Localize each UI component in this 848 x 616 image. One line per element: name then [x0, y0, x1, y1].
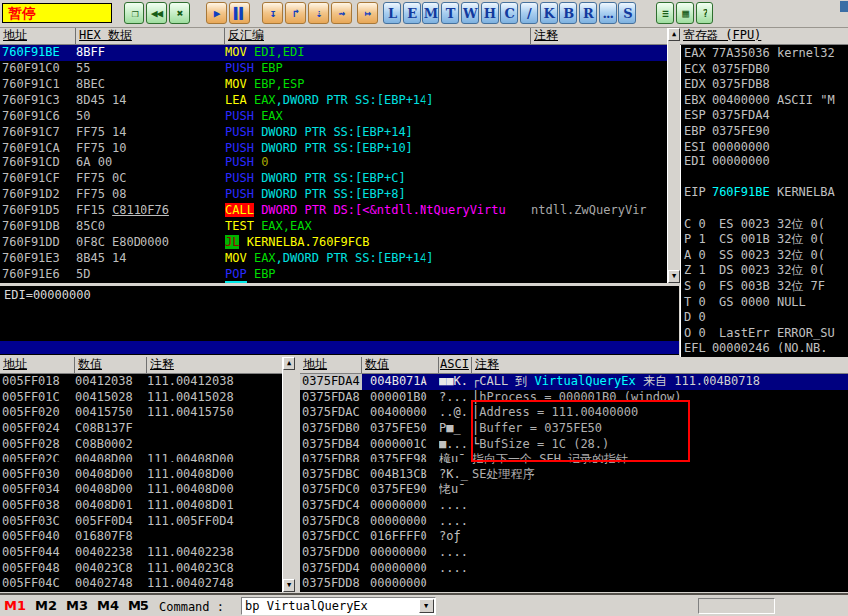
- register-line[interactable]: [681, 201, 848, 217]
- animate-into-button[interactable]: ⇣: [308, 2, 329, 24]
- view-log-button[interactable]: L: [383, 2, 401, 24]
- register-line[interactable]: EIP 760F91BE KERNELBA: [681, 185, 848, 201]
- register-line[interactable]: P 1 CS 001B 32位 0(: [681, 232, 848, 248]
- register-line[interactable]: S 0 FS 003B 32位 7F: [681, 279, 848, 295]
- disasm-row[interactable]: 760F91DB85C0TEST EAX,EAX: [0, 219, 667, 235]
- disasm-row[interactable]: 760F91CFFF75 0CPUSH DWORD PTR SS:[EBP+C]: [0, 171, 667, 187]
- dump-row[interactable]: 005FF03C005FF0D4111.005FF0D4: [0, 514, 282, 530]
- disasm-scrollbar[interactable]: ▲ ▼: [667, 28, 680, 283]
- step-into-button[interactable]: ↧: [262, 2, 283, 24]
- register-line[interactable]: ESP 0375FDA4: [681, 108, 848, 124]
- dump-row[interactable]: 005FF02000415750111.00415750: [0, 405, 282, 421]
- bookmark-m2-button[interactable]: M2: [35, 598, 57, 613]
- pause-button[interactable]: ▌▌: [229, 2, 250, 24]
- stack-row[interactable]: 0375FDA4004B071A■■K.┌CALL 到 VirtualQuery…: [300, 374, 848, 390]
- disasm-row[interactable]: 760F91D5FF15 C8110F76CALL DWORD PTR DS:[…: [0, 203, 667, 219]
- stack-row[interactable]: 0375FDD400000000....: [300, 561, 848, 577]
- disasm-row[interactable]: 760F91C650PUSH EAX: [0, 109, 667, 125]
- column-header-value: 数值: [75, 357, 147, 373]
- scroll-up-icon[interactable]: ▲: [668, 28, 680, 41]
- dump-row[interactable]: 005FF01C00415028111.00415028: [0, 390, 282, 406]
- dump-row[interactable]: 005FF048004023C8111.004023C8: [0, 561, 282, 577]
- view-handles-button[interactable]: H: [481, 2, 499, 24]
- register-line[interactable]: Z 1 DS 0023 32位 0(: [681, 263, 848, 279]
- view-breakpoints-button[interactable]: B: [559, 2, 577, 24]
- view-windows-button[interactable]: W: [461, 2, 479, 24]
- dump-row[interactable]: 005FF02C00408D00111.00408D00: [0, 452, 282, 467]
- restart-button[interactable]: ◀◀: [146, 2, 167, 24]
- dump-row[interactable]: 005FF04C00402748111.00402748: [0, 576, 282, 592]
- view-source-button[interactable]: S: [618, 2, 636, 24]
- view-threads-button[interactable]: T: [441, 2, 459, 24]
- bookmark-m1-button[interactable]: M1: [4, 598, 26, 613]
- register-line[interactable]: EAX 77A35036 kernel32: [681, 46, 848, 62]
- register-line[interactable]: C 0 ES 0023 32位 0(: [681, 217, 848, 233]
- register-line[interactable]: O 0 LastErr ERROR_SU: [681, 326, 848, 342]
- disasm-row[interactable]: 760F91C18BECMOV EBP,ESP: [0, 77, 667, 93]
- view-cpu-button[interactable]: C: [500, 2, 518, 24]
- dump-row[interactable]: 005FF04400402238111.00402238: [0, 545, 282, 561]
- dump-row[interactable]: 005FF040016807F8: [0, 529, 282, 545]
- register-line[interactable]: [681, 170, 848, 186]
- register-line[interactable]: ECX 0375FDB0: [681, 62, 848, 78]
- register-line[interactable]: EDI 00000000: [681, 154, 848, 170]
- disasm-row[interactable]: 760F91DD0F8C E80D0000JL KERNELBA.760F9FC…: [0, 235, 667, 251]
- view-patches-button[interactable]: /: [520, 2, 538, 24]
- view-call-stack-button[interactable]: K: [540, 2, 558, 24]
- stack-row[interactable]: 0375FDD000000000....: [300, 545, 848, 561]
- command-combobox[interactable]: ▼: [241, 597, 436, 615]
- disasm-row[interactable]: 760F91C055PUSH EBP: [0, 61, 667, 77]
- dump-row[interactable]: 005FF03800408D01111.00408D01: [0, 498, 282, 514]
- disasm-row[interactable]: 760F91D2FF75 08PUSH DWORD PTR SS:[EBP+8]: [0, 187, 667, 203]
- disasm-row[interactable]: 760F91C38D45 14LEA EAX,DWORD PTR SS:[EBP…: [0, 93, 667, 109]
- execute-till-return-button[interactable]: ↦: [357, 2, 378, 24]
- disasm-row[interactable]: 760F91CAFF75 10PUSH DWORD PTR SS:[EBP+10…: [0, 141, 667, 156]
- help-button[interactable]: ?: [696, 2, 713, 24]
- stack-row[interactable]: 0375FDBC004B13CB?K._SE处理程序: [300, 467, 848, 483]
- register-line[interactable]: EBX 00400000 ASCII "M: [681, 93, 848, 109]
- disasm-row[interactable]: 760F91E65DPOP EBP: [0, 267, 667, 283]
- stack-row[interactable]: 0375FDD800000000: [300, 576, 848, 592]
- dump-row[interactable]: 005FF03000408D00111.00408D00: [0, 467, 282, 483]
- dump-row[interactable]: 005FF028C08B0002: [0, 437, 282, 453]
- dump-scrollbar[interactable]: ▲ ▼: [282, 357, 295, 592]
- open-button[interactable]: ❒: [124, 2, 144, 24]
- close-button[interactable]: ✖: [169, 2, 190, 24]
- stack-row[interactable]: 0375FDCC016FFFF0?oƒ: [300, 529, 848, 545]
- step-over-button[interactable]: ↱: [285, 2, 306, 24]
- register-line[interactable]: ESI 00000000: [681, 140, 848, 155]
- address-cell: 760F91C6: [0, 109, 76, 125]
- disasm-row[interactable]: 760F91E38B45 14MOV EAX,DWORD PTR SS:[EBP…: [0, 251, 667, 267]
- scroll-up-icon[interactable]: ▲: [283, 357, 295, 370]
- register-line[interactable]: EDX 0375FDB8: [681, 77, 848, 93]
- view-run-trace-button[interactable]: ...: [599, 2, 617, 24]
- dump-row[interactable]: 005FF03400408D00111.00408D00: [0, 482, 282, 498]
- bookmark-m4-button[interactable]: M4: [97, 598, 119, 613]
- stack-row[interactable]: 0375FDC400000000....: [300, 498, 848, 514]
- view-memory-button[interactable]: M: [422, 2, 439, 24]
- view-references-button[interactable]: R: [579, 2, 597, 24]
- scroll-down-icon[interactable]: ▼: [283, 579, 295, 592]
- animate-over-button[interactable]: ⇝: [331, 2, 352, 24]
- stack-row[interactable]: 0375FDC800000000....: [300, 514, 848, 530]
- register-line[interactable]: A 0 SS 0023 32位 0(: [681, 248, 848, 264]
- bookmark-m3-button[interactable]: M3: [66, 598, 88, 613]
- disasm-row[interactable]: 760F91C7FF75 14PUSH DWORD PTR SS:[EBP+14…: [0, 125, 667, 141]
- view-executables-button[interactable]: E: [403, 2, 421, 24]
- run-button[interactable]: ▶: [206, 2, 227, 24]
- dump-row[interactable]: 005FF01800412038111.00412038: [0, 374, 282, 390]
- register-line[interactable]: T 0 GS 0000 NULL: [681, 295, 848, 311]
- windows-list-button[interactable]: ≡: [656, 2, 674, 24]
- register-line[interactable]: EFL 00000246 (NO.NB.: [681, 341, 848, 357]
- stack-row[interactable]: 0375FDC00375FE90恅u¯: [300, 482, 848, 498]
- register-line[interactable]: D 0: [681, 310, 848, 326]
- appearance-button[interactable]: ▦: [676, 2, 694, 24]
- disasm-row[interactable]: 760F91BE8BFFMOV EDI,EDI: [0, 45, 667, 61]
- dropdown-arrow-icon[interactable]: ▼: [419, 599, 434, 613]
- scroll-down-icon[interactable]: ▼: [668, 270, 680, 283]
- dump-row[interactable]: 005FF024C08B137F: [0, 421, 282, 437]
- bookmark-m5-button[interactable]: M5: [128, 598, 149, 613]
- register-line[interactable]: EBP 0375FE90: [681, 124, 848, 140]
- command-input[interactable]: [243, 599, 421, 613]
- disasm-row[interactable]: 760F91CD6A 00PUSH 0: [0, 155, 667, 171]
